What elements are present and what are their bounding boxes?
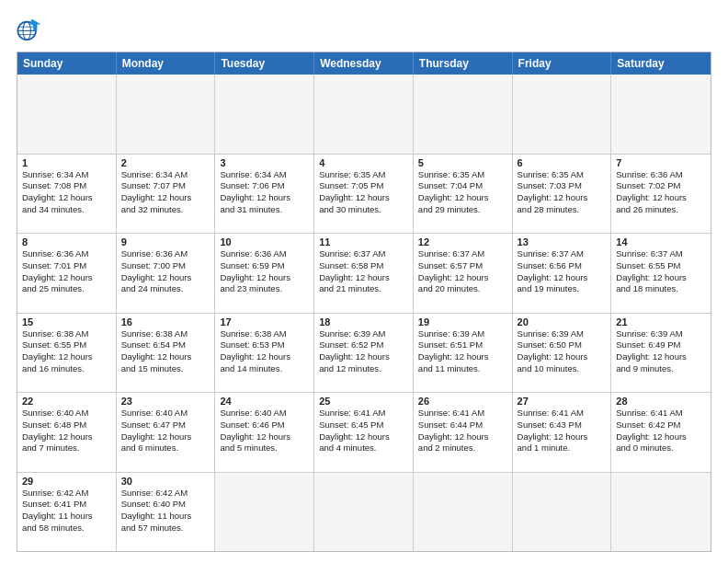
day-content: Sunrise: 6:39 AMSunset: 6:51 PMDaylight:…	[418, 328, 507, 375]
day-cell-empty-0-0	[17, 75, 117, 154]
page-header	[17, 17, 711, 42]
day-number: 12	[418, 236, 507, 247]
calendar-row-1: 1Sunrise: 6:34 AMSunset: 7:08 PMDaylight…	[17, 154, 711, 234]
calendar-row-0	[17, 75, 711, 154]
day-content: Sunrise: 6:39 AMSunset: 6:50 PMDaylight:…	[518, 328, 607, 375]
day-cell-empty-0-3	[314, 75, 414, 154]
day-content: Sunrise: 6:36 AMSunset: 7:02 PMDaylight:…	[616, 169, 706, 216]
day-number: 19	[418, 316, 507, 327]
day-number: 20	[518, 316, 607, 327]
header-cell-monday: Monday	[117, 52, 216, 75]
calendar-body: 1Sunrise: 6:34 AMSunset: 7:08 PMDaylight…	[17, 75, 711, 551]
day-content: Sunrise: 6:37 AMSunset: 6:55 PMDaylight:…	[616, 248, 706, 295]
day-number: 13	[518, 236, 607, 247]
calendar-header: SundayMondayTuesdayWednesdayThursdayFrid…	[17, 52, 711, 75]
day-content: Sunrise: 6:39 AMSunset: 6:49 PMDaylight:…	[616, 328, 706, 375]
day-cell-2: 2Sunrise: 6:34 AMSunset: 7:07 PMDaylight…	[117, 155, 216, 234]
day-cell-8: 8Sunrise: 6:36 AMSunset: 7:01 PMDaylight…	[17, 234, 117, 313]
day-cell-empty-5-2	[215, 473, 314, 552]
header-cell-friday: Friday	[513, 52, 612, 75]
day-cell-9: 9Sunrise: 6:36 AMSunset: 7:00 PMDaylight…	[117, 234, 216, 313]
day-content: Sunrise: 6:41 AMSunset: 6:43 PMDaylight:…	[518, 408, 607, 454]
day-content: Sunrise: 6:34 AMSunset: 7:06 PMDaylight:…	[220, 169, 309, 216]
day-cell-30: 30Sunrise: 6:42 AMSunset: 6:40 PMDayligh…	[117, 473, 216, 552]
day-cell-11: 11Sunrise: 6:37 AMSunset: 6:58 PMDayligh…	[314, 234, 414, 313]
day-cell-1: 1Sunrise: 6:34 AMSunset: 7:08 PMDaylight…	[17, 155, 117, 234]
day-number: 28	[616, 396, 706, 407]
day-cell-21: 21Sunrise: 6:39 AMSunset: 6:49 PMDayligh…	[611, 314, 711, 393]
day-number: 8	[22, 236, 111, 247]
day-content: Sunrise: 6:39 AMSunset: 6:52 PMDaylight:…	[319, 328, 408, 375]
calendar-row-3: 15Sunrise: 6:38 AMSunset: 6:55 PMDayligh…	[17, 313, 711, 393]
day-number: 27	[518, 396, 607, 407]
day-cell-7: 7Sunrise: 6:36 AMSunset: 7:02 PMDaylight…	[611, 155, 711, 234]
day-cell-18: 18Sunrise: 6:39 AMSunset: 6:52 PMDayligh…	[314, 314, 414, 393]
day-number: 30	[121, 476, 210, 487]
day-cell-12: 12Sunrise: 6:37 AMSunset: 6:57 PMDayligh…	[414, 234, 513, 313]
day-cell-empty-5-6	[611, 473, 711, 552]
day-cell-24: 24Sunrise: 6:40 AMSunset: 6:46 PMDayligh…	[215, 393, 314, 472]
day-cell-empty-0-6	[611, 75, 711, 154]
day-number: 29	[22, 476, 111, 487]
day-cell-3: 3Sunrise: 6:34 AMSunset: 7:06 PMDaylight…	[215, 155, 314, 234]
day-content: Sunrise: 6:37 AMSunset: 6:58 PMDaylight:…	[319, 248, 408, 295]
day-cell-empty-0-2	[215, 75, 314, 154]
header-cell-sunday: Sunday	[17, 52, 117, 75]
day-number: 26	[418, 396, 507, 407]
day-content: Sunrise: 6:38 AMSunset: 6:55 PMDaylight:…	[22, 328, 111, 375]
day-cell-empty-5-3	[314, 473, 414, 552]
day-cell-empty-0-5	[513, 75, 612, 154]
day-cell-5: 5Sunrise: 6:35 AMSunset: 7:04 PMDaylight…	[414, 155, 513, 234]
header-cell-thursday: Thursday	[414, 52, 513, 75]
day-content: Sunrise: 6:37 AMSunset: 6:57 PMDaylight:…	[418, 248, 507, 295]
header-cell-saturday: Saturday	[611, 52, 711, 75]
day-content: Sunrise: 6:42 AMSunset: 6:41 PMDaylight:…	[22, 488, 111, 534]
day-number: 16	[121, 316, 210, 327]
day-number: 25	[319, 396, 408, 407]
day-content: Sunrise: 6:40 AMSunset: 6:47 PMDaylight:…	[121, 408, 210, 454]
header-cell-wednesday: Wednesday	[314, 52, 414, 75]
day-number: 3	[220, 157, 309, 168]
day-content: Sunrise: 6:38 AMSunset: 6:53 PMDaylight:…	[220, 328, 309, 375]
day-number: 15	[22, 316, 111, 327]
day-content: Sunrise: 6:34 AMSunset: 7:08 PMDaylight:…	[22, 169, 111, 216]
day-number: 5	[418, 157, 507, 168]
day-cell-22: 22Sunrise: 6:40 AMSunset: 6:48 PMDayligh…	[17, 393, 117, 472]
day-cell-25: 25Sunrise: 6:41 AMSunset: 6:45 PMDayligh…	[314, 393, 414, 472]
day-content: Sunrise: 6:37 AMSunset: 6:56 PMDaylight:…	[518, 248, 607, 295]
day-number: 17	[220, 316, 309, 327]
day-number: 21	[616, 316, 706, 327]
day-content: Sunrise: 6:41 AMSunset: 6:42 PMDaylight:…	[616, 408, 706, 454]
day-number: 11	[319, 236, 408, 247]
day-cell-6: 6Sunrise: 6:35 AMSunset: 7:03 PMDaylight…	[513, 155, 612, 234]
day-content: Sunrise: 6:35 AMSunset: 7:04 PMDaylight:…	[418, 169, 507, 216]
day-cell-28: 28Sunrise: 6:41 AMSunset: 6:42 PMDayligh…	[611, 393, 711, 472]
calendar-page: SundayMondayTuesdayWednesdayThursdayFrid…	[0, 0, 728, 563]
day-cell-14: 14Sunrise: 6:37 AMSunset: 6:55 PMDayligh…	[611, 234, 711, 313]
day-cell-15: 15Sunrise: 6:38 AMSunset: 6:55 PMDayligh…	[17, 314, 117, 393]
day-number: 2	[121, 157, 210, 168]
day-content: Sunrise: 6:36 AMSunset: 6:59 PMDaylight:…	[220, 248, 309, 295]
calendar: SundayMondayTuesdayWednesdayThursdayFrid…	[17, 52, 711, 552]
logo	[17, 17, 46, 42]
day-number: 1	[22, 157, 111, 168]
day-cell-empty-0-1	[117, 75, 216, 154]
day-cell-empty-5-5	[513, 473, 612, 552]
day-number: 4	[319, 157, 408, 168]
day-number: 23	[121, 396, 210, 407]
day-number: 10	[220, 236, 309, 247]
day-content: Sunrise: 6:38 AMSunset: 6:54 PMDaylight:…	[121, 328, 210, 375]
day-number: 14	[616, 236, 706, 247]
day-content: Sunrise: 6:36 AMSunset: 7:01 PMDaylight:…	[22, 248, 111, 295]
day-content: Sunrise: 6:40 AMSunset: 6:46 PMDaylight:…	[220, 408, 309, 454]
day-number: 22	[22, 396, 111, 407]
header-cell-tuesday: Tuesday	[215, 52, 314, 75]
calendar-row-5: 29Sunrise: 6:42 AMSunset: 6:41 PMDayligh…	[17, 472, 711, 552]
logo-icon	[17, 17, 42, 42]
day-cell-27: 27Sunrise: 6:41 AMSunset: 6:43 PMDayligh…	[513, 393, 612, 472]
day-cell-17: 17Sunrise: 6:38 AMSunset: 6:53 PMDayligh…	[215, 314, 314, 393]
day-number: 7	[616, 157, 706, 168]
day-cell-20: 20Sunrise: 6:39 AMSunset: 6:50 PMDayligh…	[513, 314, 612, 393]
day-cell-16: 16Sunrise: 6:38 AMSunset: 6:54 PMDayligh…	[117, 314, 216, 393]
day-content: Sunrise: 6:41 AMSunset: 6:44 PMDaylight:…	[418, 408, 507, 454]
